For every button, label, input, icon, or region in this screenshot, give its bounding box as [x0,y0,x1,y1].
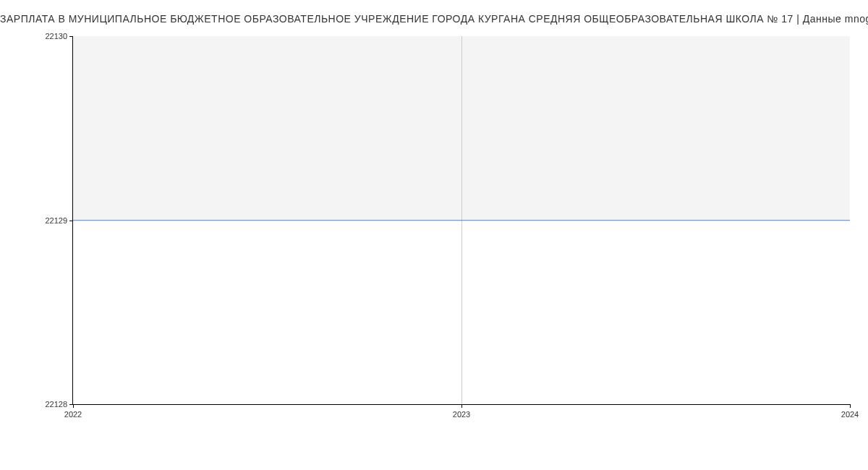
plot-area: 22130 22129 22128 2022 2023 2024 [72,36,850,405]
chart-title: ЗАРПЛАТА В МУНИЦИПАЛЬНОЕ БЮДЖЕТНОЕ ОБРАЗ… [0,13,868,25]
x-tick-label: 2024 [841,410,859,419]
x-tick-mark [73,404,74,408]
y-tick-mark [69,221,73,221]
y-tick-label: 22128 [45,400,67,409]
x-tick-mark [850,404,851,408]
x-tick-mark [461,404,462,408]
y-tick-label: 22130 [45,32,67,40]
x-tick-label: 2023 [453,410,470,419]
y-tick-mark [69,36,73,37]
x-tick-label: 2022 [64,410,82,419]
chart-container: 22130 22129 22128 2022 2023 2024 [72,36,850,405]
data-line [73,220,850,221]
y-tick-label: 22129 [45,216,67,225]
